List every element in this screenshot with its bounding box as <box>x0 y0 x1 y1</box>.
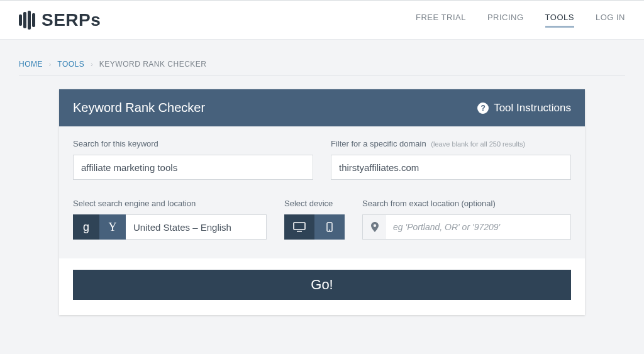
domain-input[interactable] <box>331 155 571 180</box>
nav-tools[interactable]: TOOLS <box>545 13 574 28</box>
keyword-input[interactable] <box>73 155 313 180</box>
device-label: Select device <box>284 199 345 208</box>
keyword-label: Search for this keyword <box>73 139 313 148</box>
help-icon: ? <box>477 102 489 114</box>
domain-label-hint: (leave blank for all 250 results) <box>431 140 525 148</box>
card-body: Search for this keyword Filter for a spe… <box>59 126 585 258</box>
primary-nav: FREE TRIAL PRICING TOOLS LOG IN <box>416 13 625 28</box>
header: SERPs FREE TRIAL PRICING TOOLS LOG IN <box>0 0 644 40</box>
breadcrumb: HOME › TOOLS › KEYWORD RANK CHECKER <box>19 40 625 75</box>
exact-location-input[interactable] <box>362 214 571 240</box>
engine-google-button[interactable]: g <box>73 214 99 240</box>
nav-login[interactable]: LOG IN <box>596 13 625 28</box>
svg-point-3 <box>329 230 330 231</box>
brand-name: SERPs <box>42 10 101 30</box>
chevron-right-icon: › <box>49 61 52 68</box>
card-header: Keyword Rank Checker ? Tool Instructions <box>59 89 585 126</box>
nav-pricing[interactable]: PRICING <box>487 13 524 28</box>
desktop-icon <box>293 222 306 232</box>
device-toggle <box>284 214 345 240</box>
domain-label: Filter for a specific domain (leave blan… <box>331 139 571 148</box>
go-section: Go! <box>59 258 585 315</box>
engine-location-input[interactable] <box>126 214 267 240</box>
engine-yahoo-button[interactable]: Y <box>99 214 126 240</box>
crumb-tools[interactable]: TOOLS <box>57 60 84 69</box>
map-pin-icon <box>362 214 386 240</box>
svg-rect-0 <box>294 223 305 230</box>
domain-label-text: Filter for a specific domain <box>331 139 426 148</box>
crumb-home[interactable]: HOME <box>19 60 43 69</box>
crumb-current: KEYWORD RANK CHECKER <box>99 60 207 69</box>
rank-checker-card: Keyword Rank Checker ? Tool Instructions… <box>59 89 585 315</box>
mobile-icon <box>326 222 333 232</box>
brand[interactable]: SERPs <box>19 10 101 30</box>
device-desktop-button[interactable] <box>284 214 314 240</box>
brand-logo-icon <box>19 11 35 29</box>
tool-instructions-label: Tool Instructions <box>494 102 571 114</box>
chevron-right-icon: › <box>91 61 93 68</box>
tool-instructions-link[interactable]: ? Tool Instructions <box>477 102 571 114</box>
go-button[interactable]: Go! <box>73 270 571 300</box>
exact-location-label: Search from exact location (optional) <box>362 199 571 208</box>
engine-label: Select search engine and location <box>73 199 267 208</box>
nav-free-trial[interactable]: FREE TRIAL <box>416 13 466 28</box>
card-title: Keyword Rank Checker <box>73 101 205 115</box>
engine-location-group: g Y <box>73 214 267 240</box>
svg-rect-1 <box>297 231 302 232</box>
device-mobile-button[interactable] <box>314 214 345 240</box>
